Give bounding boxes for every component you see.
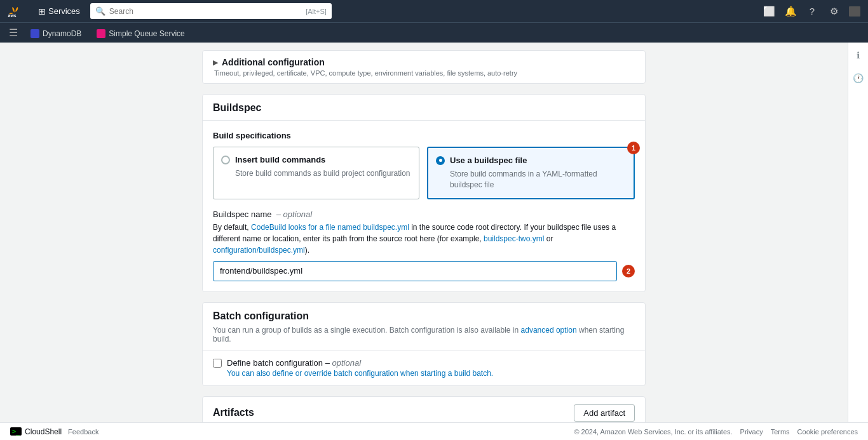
sqs-label: Simple Queue Service [109,29,184,38]
services-button[interactable]: ⊞ Services [34,4,84,19]
content-area[interactable]: ▶ Additional configuration Timeout, priv… [0,43,848,440]
cloudshell-button[interactable]: >_ CloudShell [10,427,62,436]
build-spec-label: Build specifications [213,131,635,140]
dynamodb-icon [31,29,39,38]
buildspec-body: Build specifications Insert build comman… [203,121,645,291]
badge-2: 2 [622,265,635,277]
batch-config-header: Batch configuration You can run a group … [203,303,645,350]
radio-1-circle [221,156,230,164]
search-shortcut: [Alt+S] [306,8,327,15]
radio-2-title: Use a buildspec file [450,156,527,165]
batch-config-checkbox-row: Define batch configuration – optional Yo… [203,350,645,385]
insert-build-commands-option[interactable]: Insert build commands Store build comman… [213,147,419,199]
buildspec-name-input[interactable] [213,261,617,281]
radio-2-circle [436,156,445,165]
search-icon: 🔍 [95,6,105,16]
batch-config-checkbox-labels: Define batch configuration – optional Yo… [227,358,493,378]
batch-config-checkbox[interactable] [213,359,222,368]
buildspec-name-label: Buildspec name – optional [213,210,635,219]
radio-option-1-header: Insert build commands [221,155,411,164]
badge-1: 1 [627,142,640,154]
additional-config-header[interactable]: ▶ Additional configuration [213,57,635,67]
batch-config-section: Batch configuration You can run a group … [202,302,646,386]
grid-icon: ⊞ [38,6,46,17]
buildspec-name-input-row: 2 [213,261,635,281]
footer: >_ CloudShell Feedback © 2024, Amazon We… [0,422,868,440]
batch-config-sublabel: You can also define or override batch co… [227,369,493,378]
expand-icon: ▶ [213,58,218,67]
cloudshell-label: CloudShell [25,427,62,436]
right-sidebar: ℹ 🕐 [848,43,868,440]
terms-link[interactable]: Terms [771,428,790,436]
footer-copyright: © 2024, Amazon Web Services, Inc. or its… [574,428,732,436]
service-tabs: ☰ DynamoDB Simple Queue Service [0,22,868,43]
nav-icons: ⬜ 🔔 ? ⚙ [763,5,860,18]
batch-config-title: Batch configuration [213,310,635,322]
radio-1-desc: Store build commands as build project co… [221,168,411,179]
batch-config-checkbox-label: Define batch configuration – optional [227,358,493,368]
sidebar-item-sqs[interactable]: Simple Queue Service [90,23,191,43]
buildspec-title: Buildspec [213,102,635,114]
sidebar-item-dynamodb[interactable]: DynamoDB [24,23,88,43]
use-buildspec-file-option[interactable]: Use a buildspec file Store build command… [427,147,635,199]
privacy-link[interactable]: Privacy [740,428,763,436]
radio-2-desc: Store build commands in a YAML-formatted… [436,169,626,190]
additional-config-title: Additional configuration [222,57,325,67]
top-navigation: aws ⊞ Services 🔍 [Alt+S] ⬜ 🔔 ? ⚙ [0,0,868,22]
main-wrapper: ▶ Additional configuration Timeout, priv… [0,43,868,440]
radio-option-2-header: Use a buildspec file [436,156,626,165]
artifacts-title: Artifacts [213,407,254,418]
dynamodb-label: DynamoDB [43,29,81,38]
search-input[interactable] [109,7,302,16]
bell-icon[interactable]: 🔔 [784,5,797,18]
info-icon[interactable]: ℹ [854,48,862,63]
radio-options: Insert build commands Store build comman… [213,147,635,199]
terminal-icon[interactable]: ⬜ [763,5,775,18]
radio-1-title: Insert build commands [235,155,325,164]
additional-config-subtitle: Timeout, privileged, certificate, VPC, c… [213,69,635,77]
cloudshell-icon: >_ [10,427,22,436]
additional-config-section: ▶ Additional configuration Timeout, priv… [202,50,646,84]
settings-icon[interactable]: ⚙ [827,5,840,18]
feedback-link[interactable]: Feedback [68,428,98,436]
hamburger-menu[interactable]: ☰ [5,27,22,39]
search-bar[interactable]: 🔍 [Alt+S] [90,3,332,19]
batch-config-desc: You can run a group of builds as a singl… [213,326,635,343]
help-icon[interactable]: ? [806,5,818,18]
history-icon[interactable]: 🕐 [850,70,866,86]
page-content: ▶ Additional configuration Timeout, priv… [192,43,656,440]
aws-logo[interactable]: aws [8,5,28,18]
services-label: Services [48,6,80,16]
footer-left: >_ CloudShell Feedback [10,427,98,436]
svg-text:aws: aws [8,13,17,17]
sqs-icon [97,29,105,38]
optional-label: – optional [276,210,312,219]
cookie-prefs-link[interactable]: Cookie preferences [797,428,858,436]
footer-right: © 2024, Amazon Web Services, Inc. or its… [574,428,858,436]
buildspec-section: Buildspec Build specifications Insert bu… [202,94,646,292]
add-artifact-button[interactable]: Add artifact [574,404,635,422]
user-menu[interactable] [849,6,860,17]
buildspec-header: Buildspec [203,95,645,121]
buildspec-name-description: By default, CodeBuild looks for a file n… [213,222,635,256]
